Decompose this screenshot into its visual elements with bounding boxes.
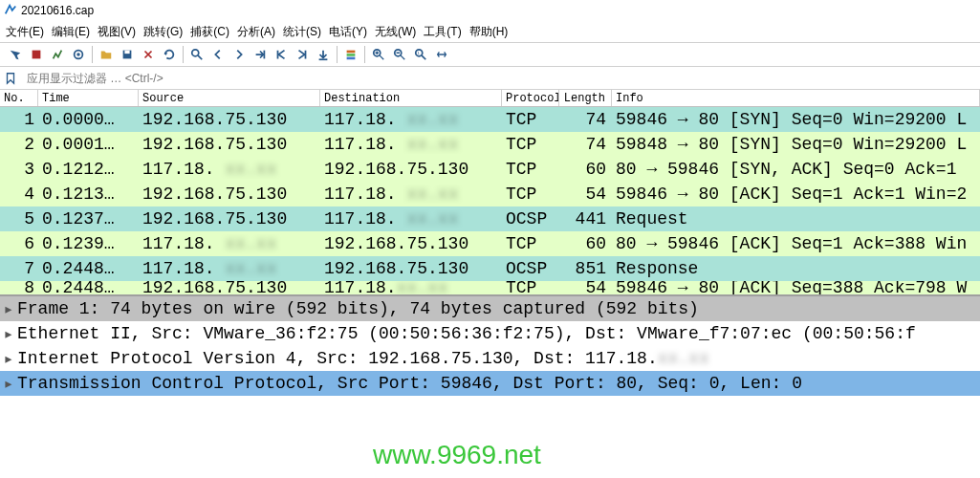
toolbar: 1	[0, 42, 980, 67]
zoom-out-icon[interactable]	[390, 45, 409, 64]
bookmark-icon[interactable]	[0, 68, 21, 89]
menu-capture[interactable]: 捕获(C)	[190, 24, 229, 40]
detail-frame[interactable]: ▸Frame 1: 74 bytes on wire (592 bits), 7…	[0, 296, 980, 321]
menu-help[interactable]: 帮助(H)	[469, 24, 509, 40]
col-header-destination[interactable]: Destination	[320, 90, 502, 106]
chevron-right-icon: ▸	[2, 323, 15, 344]
menu-stats[interactable]: 统计(S)	[283, 24, 321, 40]
svg-text:1: 1	[418, 51, 421, 55]
detail-ethernet[interactable]: ▸Ethernet II, Src: VMware_36:f2:75 (00:5…	[0, 321, 980, 346]
next-icon[interactable]	[229, 45, 249, 64]
menu-view[interactable]: 视图(V)	[98, 24, 136, 40]
restart-capture-icon[interactable]	[48, 45, 67, 64]
packet-details-pane[interactable]: ▸Frame 1: 74 bytes on wire (592 bits), 7…	[0, 294, 980, 396]
zoom-reset-icon[interactable]: 1	[411, 45, 430, 64]
prev-icon[interactable]	[208, 45, 228, 64]
packet-row[interactable]: 60.1239…117.18. xx.xx192.168.75.130TCP60…	[0, 231, 980, 256]
packet-row[interactable]: 50.1237…192.168.75.130117.18. xx.xxOCSP4…	[0, 206, 980, 231]
title-bar: 20210616.cap	[0, 0, 980, 21]
zoom-in-icon[interactable]	[369, 45, 388, 64]
menu-wireless[interactable]: 无线(W)	[375, 24, 416, 40]
packet-row[interactable]: 40.1213…192.168.75.130117.18. xx.xxTCP54…	[0, 182, 980, 206]
menu-analyze[interactable]: 分析(A)	[237, 24, 275, 40]
col-header-time[interactable]: Time	[38, 90, 139, 106]
open-file-icon[interactable]	[97, 45, 116, 64]
col-header-protocol[interactable]: Protocol	[502, 90, 559, 106]
svg-rect-4	[124, 51, 129, 54]
menu-file[interactable]: 文件(E)	[6, 24, 44, 40]
packet-row[interactable]: 10.0000…192.168.75.130117.18. xx.xxTCP74…	[0, 107, 980, 132]
reload-file-icon[interactable]	[160, 45, 179, 64]
menu-tools[interactable]: 工具(T)	[424, 24, 461, 40]
app-icon	[4, 3, 17, 19]
resize-columns-icon[interactable]	[432, 45, 451, 64]
close-file-icon[interactable]	[139, 45, 158, 64]
col-header-no[interactable]: No.	[0, 90, 38, 106]
svg-rect-0	[33, 51, 41, 59]
menu-bar: 文件(E) 编辑(E) 视图(V) 跳转(G) 捕获(C) 分析(A) 统计(S…	[0, 21, 980, 42]
chevron-right-icon: ▸	[2, 298, 15, 319]
svg-point-5	[192, 50, 199, 56]
packet-row[interactable]: 70.2448…117.18. xx.xx192.168.75.130OCSP8…	[0, 256, 980, 281]
svg-rect-7	[347, 54, 356, 56]
menu-edit[interactable]: 编辑(E)	[52, 24, 90, 40]
svg-rect-8	[347, 57, 356, 60]
packet-list-header: No. Time Source Destination Protocol Len…	[0, 90, 980, 107]
svg-point-2	[76, 53, 80, 56]
col-header-length[interactable]: Length	[559, 90, 612, 106]
watermark-text: www.9969.net	[373, 440, 541, 470]
packet-list[interactable]: 10.0000…192.168.75.130117.18. xx.xxTCP74…	[0, 107, 980, 294]
colorize-icon[interactable]	[341, 45, 360, 64]
start-capture-icon[interactable]	[6, 45, 25, 64]
packet-row[interactable]: 30.1212…117.18. xx.xx192.168.75.130TCP60…	[0, 157, 980, 182]
window-title: 20210616.cap	[21, 4, 94, 17]
menu-go[interactable]: 跳转(G)	[143, 24, 183, 40]
chevron-right-icon: ▸	[2, 348, 15, 369]
detail-ip[interactable]: ▸Internet Protocol Version 4, Src: 192.1…	[0, 346, 980, 371]
capture-options-icon[interactable]	[69, 45, 88, 64]
first-icon[interactable]	[272, 45, 291, 64]
chevron-right-icon: ▸	[2, 373, 15, 394]
auto-scroll-icon[interactable]	[314, 45, 333, 64]
goto-icon[interactable]	[250, 45, 270, 64]
packet-row[interactable]: 20.0001…192.168.75.130117.18. xx.xxTCP74…	[0, 132, 980, 157]
display-filter-input[interactable]	[21, 68, 980, 89]
svg-rect-6	[347, 51, 356, 54]
last-icon[interactable]	[293, 45, 312, 64]
save-file-icon[interactable]	[118, 45, 137, 64]
filter-bar	[0, 67, 980, 90]
stop-capture-icon[interactable]	[27, 45, 46, 64]
detail-tcp[interactable]: ▸Transmission Control Protocol, Src Port…	[0, 371, 980, 396]
col-header-source[interactable]: Source	[139, 90, 320, 106]
find-icon[interactable]	[187, 45, 207, 64]
packet-row-partial[interactable]: 80.2448…192.168.75.130117.18.xx.xxTCP545…	[0, 281, 980, 294]
menu-tel[interactable]: 电话(Y)	[329, 24, 367, 40]
col-header-info[interactable]: Info	[612, 90, 980, 106]
